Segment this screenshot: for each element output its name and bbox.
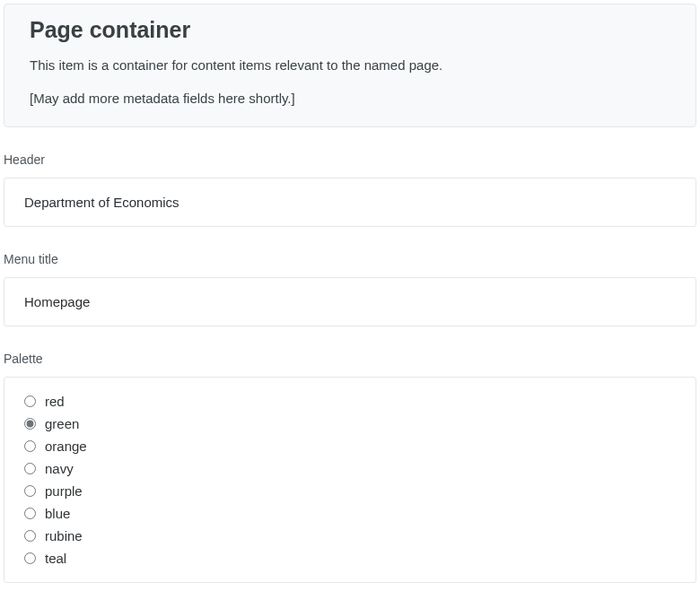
header-field-group: Header <box>4 152 696 227</box>
menu-title-field-group: Menu title <box>4 252 696 326</box>
palette-option-label[interactable]: red <box>45 394 65 409</box>
palette-radio-teal[interactable] <box>24 552 36 564</box>
palette-radio-blue[interactable] <box>24 508 36 519</box>
palette-radio-green[interactable] <box>24 418 36 430</box>
info-panel: Page container This item is a container … <box>4 4 696 127</box>
header-label: Header <box>4 152 696 167</box>
palette-option-label[interactable]: navy <box>45 461 74 476</box>
palette-radio-purple[interactable] <box>24 485 36 497</box>
palette-radio-list: redgreenorangenavypurplebluerubineteal <box>24 394 676 566</box>
palette-option-label[interactable]: teal <box>45 551 66 566</box>
palette-label: Palette <box>4 352 696 366</box>
info-note: [May add more metadata fields here short… <box>30 89 670 109</box>
palette-option-blue[interactable]: blue <box>24 506 676 521</box>
palette-option-label[interactable]: blue <box>45 506 70 521</box>
palette-field-group: Palette redgreenorangenavypurplebluerubi… <box>4 352 696 583</box>
palette-option-orange[interactable]: orange <box>24 439 676 454</box>
palette-option-navy[interactable]: navy <box>24 461 676 476</box>
palette-option-rubine[interactable]: rubine <box>24 528 676 543</box>
info-description: This item is a container for content ite… <box>30 56 670 76</box>
palette-radio-rubine[interactable] <box>24 530 36 542</box>
palette-option-teal[interactable]: teal <box>24 551 676 566</box>
menu-title-input-box[interactable] <box>4 277 696 326</box>
palette-option-green[interactable]: green <box>24 416 676 431</box>
palette-radio-navy[interactable] <box>24 463 36 474</box>
header-input[interactable] <box>24 195 676 210</box>
header-input-box[interactable] <box>4 178 696 227</box>
palette-option-purple[interactable]: purple <box>24 483 676 499</box>
palette-box: redgreenorangenavypurplebluerubineteal <box>4 377 696 583</box>
palette-radio-red[interactable] <box>24 395 36 407</box>
palette-option-label[interactable]: purple <box>45 483 83 499</box>
palette-option-red[interactable]: red <box>24 394 676 409</box>
menu-title-input[interactable] <box>24 294 676 309</box>
palette-option-label[interactable]: green <box>45 416 79 431</box>
palette-option-label[interactable]: orange <box>45 439 87 454</box>
palette-radio-orange[interactable] <box>24 440 36 452</box>
info-title: Page container <box>30 17 670 43</box>
palette-option-label[interactable]: rubine <box>45 528 83 543</box>
menu-title-label: Menu title <box>4 252 696 266</box>
